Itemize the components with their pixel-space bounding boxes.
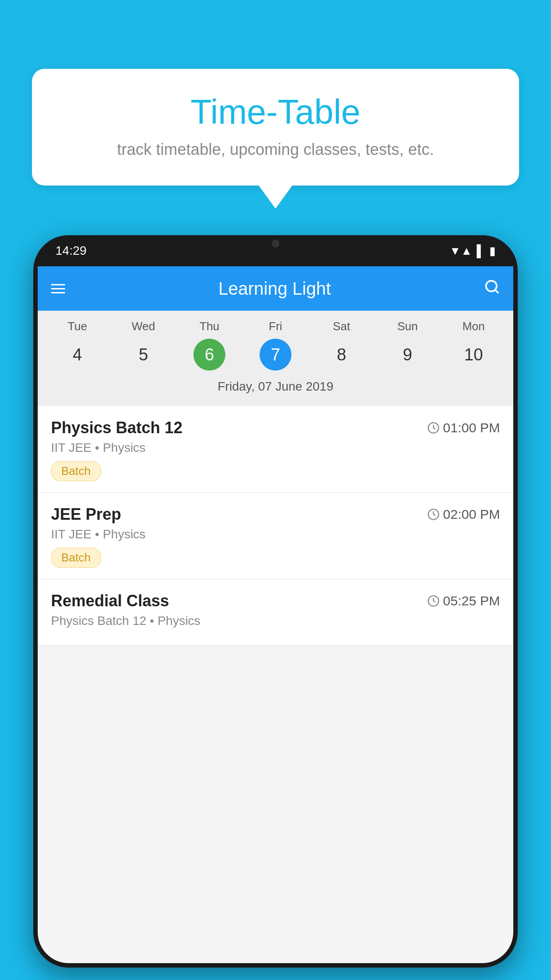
status-bar: 14:29 ▼▲ ▌ ▮	[33, 235, 518, 266]
clock-icon	[427, 508, 440, 521]
day-number: 10	[457, 339, 489, 371]
calendar-day[interactable]: Mon10	[447, 320, 500, 371]
day-name: Tue	[68, 320, 87, 333]
day-name: Sat	[333, 320, 350, 333]
speech-bubble: Time-Table track timetable, upcoming cla…	[32, 69, 519, 186]
selected-date-label: Friday, 07 June 2019	[38, 375, 513, 402]
batch-badge: Batch	[51, 548, 101, 568]
batch-badge: Batch	[51, 461, 101, 481]
day-number: 7	[260, 339, 291, 371]
day-name: Thu	[200, 320, 220, 333]
schedule-item-time: 05:25 PM	[427, 593, 500, 609]
day-name: Wed	[132, 320, 155, 333]
search-button[interactable]	[484, 279, 500, 299]
schedule-item-title: Remedial Class	[51, 592, 169, 610]
clock-icon	[427, 422, 440, 434]
status-icons: ▼▲ ▌ ▮	[449, 244, 496, 258]
bubble-subtitle: track timetable, upcoming classes, tests…	[50, 140, 501, 159]
signal-icon: ▌	[477, 244, 485, 258]
day-number: 4	[61, 339, 93, 371]
status-time: 14:29	[55, 244, 87, 258]
calendar-day[interactable]: Fri7	[249, 320, 302, 371]
app-title: Learning Light	[79, 279, 471, 299]
battery-icon: ▮	[489, 244, 496, 258]
schedule-item[interactable]: Physics Batch 1201:00 PMIIT JEE • Physic…	[38, 406, 513, 493]
day-number: 9	[392, 339, 424, 371]
hamburger-line	[51, 288, 65, 289]
schedule-item[interactable]: Remedial Class05:25 PMPhysics Batch 12 •…	[38, 579, 513, 646]
wifi-icon: ▼▲	[449, 244, 472, 258]
hamburger-line	[51, 284, 65, 285]
days-row: Tue4Wed5Thu6Fri7Sat8Sun9Mon10	[38, 320, 513, 371]
camera	[272, 240, 279, 248]
calendar-strip: Tue4Wed5Thu6Fri7Sat8Sun9Mon10 Friday, 07…	[38, 311, 513, 406]
phone-screen: Learning Light Tue4Wed5Thu6Fri7Sat8Sun9M…	[38, 266, 513, 963]
day-name: Sun	[398, 320, 418, 333]
calendar-day[interactable]: Wed5	[117, 320, 170, 371]
schedule-list: Physics Batch 1201:00 PMIIT JEE • Physic…	[38, 406, 513, 646]
calendar-day[interactable]: Thu6	[183, 320, 236, 371]
schedule-item-title: JEE Prep	[51, 505, 121, 524]
clock-icon	[427, 595, 440, 607]
calendar-day[interactable]: Tue4	[51, 320, 104, 371]
day-number: 5	[127, 339, 159, 371]
schedule-item-subtitle: IIT JEE • Physics	[51, 441, 500, 455]
day-number: 8	[326, 339, 358, 371]
day-number: 6	[193, 339, 225, 371]
schedule-item-title: Physics Batch 12	[51, 419, 182, 437]
hamburger-menu-button[interactable]	[51, 284, 65, 293]
schedule-item-time: 02:00 PM	[427, 507, 500, 522]
bubble-title: Time-Table	[50, 93, 501, 131]
day-name: Mon	[462, 320, 485, 333]
phone-frame: 14:29 ▼▲ ▌ ▮ Learning Light	[33, 235, 518, 968]
schedule-item-subtitle: Physics Batch 12 • Physics	[51, 614, 500, 628]
day-name: Fri	[269, 320, 282, 333]
hamburger-line	[51, 292, 65, 293]
schedule-item-time: 01:00 PM	[427, 420, 500, 435]
schedule-item-subtitle: IIT JEE • Physics	[51, 527, 500, 541]
schedule-item[interactable]: JEE Prep02:00 PMIIT JEE • PhysicsBatch	[38, 493, 513, 579]
svg-line-1	[495, 289, 498, 292]
calendar-day[interactable]: Sun9	[381, 320, 434, 371]
calendar-day[interactable]: Sat8	[315, 320, 368, 371]
app-header: Learning Light	[38, 266, 513, 311]
notch	[258, 235, 293, 251]
